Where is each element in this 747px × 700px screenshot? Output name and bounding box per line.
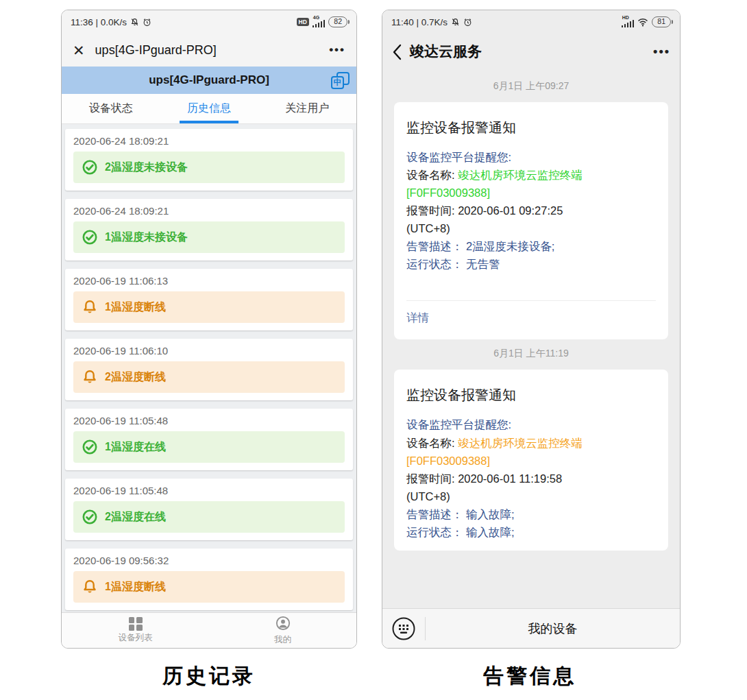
device-name-line: 设备名称: 竣达机房环境云监控终端 xyxy=(406,166,656,184)
alarm-bell-icon xyxy=(82,299,98,315)
check-circle-icon xyxy=(82,229,98,245)
message-date: 6月1日 上午09:27 xyxy=(394,80,668,93)
tab-mine[interactable]: 我的 xyxy=(209,613,356,648)
tab-2[interactable]: 关注用户 xyxy=(258,94,356,123)
history-item[interactable]: 2020-06-24 18:09:21 1温湿度未接设备 xyxy=(65,199,353,261)
close-icon[interactable]: ✕ xyxy=(73,43,85,58)
device-header: ups[4G-IPguard-PRO] 中 xyxy=(62,67,356,94)
more-menu-icon[interactable]: ••• xyxy=(653,45,670,59)
menu-my-devices[interactable]: 我的设备 xyxy=(426,620,680,637)
history-status-strip: 2温湿度在线 xyxy=(73,501,345,533)
caption-history: 历史记录 xyxy=(61,662,357,690)
history-status-strip: 1温湿度在线 xyxy=(73,431,345,463)
more-menu-icon[interactable]: ••• xyxy=(329,43,345,57)
status-time-speed: 11:40 | 0.7K/s xyxy=(391,17,448,27)
device-name: 竣达机房环境云监控终端 xyxy=(458,169,583,181)
detail-link[interactable]: 详情 xyxy=(406,308,656,330)
status-bar: 11:36 | 0.0K/s HD 4G 82 xyxy=(62,10,356,34)
tab-bar: 设备状态历史信息关注用户 xyxy=(62,94,356,124)
alarm-time-line: 报警时间: 2020-06-01 09:27:25 xyxy=(406,202,656,219)
alarm-clock-icon xyxy=(143,18,151,27)
utc-line: (UTC+8) xyxy=(406,487,656,505)
battery-icon: 81 xyxy=(652,16,671,28)
caption-alarm: 告警信息 xyxy=(382,662,678,690)
history-timestamp: 2020-06-19 09:56:32 xyxy=(73,555,345,566)
chat-title: 竣达云服务 xyxy=(410,42,482,61)
history-timestamp: 2020-06-24 18:09:21 xyxy=(73,205,345,217)
run-status-line: 运行状态： 输入故障; xyxy=(406,523,656,541)
keyboard-toggle-icon[interactable] xyxy=(382,616,425,641)
history-status-strip: 1温湿度断线 xyxy=(73,291,345,323)
history-item[interactable]: 2020-06-24 18:09:21 2温湿度未接设备 xyxy=(65,129,353,191)
history-item[interactable]: 2020-06-19 11:05:48 2温湿度在线 xyxy=(65,479,353,540)
history-list[interactable]: 2020-06-24 18:09:21 2温湿度未接设备 2020-06-24 … xyxy=(62,124,356,612)
alarm-clock-icon xyxy=(463,18,472,27)
history-status-text: 2温湿度未接设备 xyxy=(105,160,188,175)
device-name: 竣达机房环境云监控终端 xyxy=(458,437,583,449)
history-timestamp: 2020-06-19 11:05:48 xyxy=(73,485,345,496)
status-time-speed: 11:36 | 0.0K/s xyxy=(71,17,127,27)
history-status-text: 1温湿度在线 xyxy=(105,440,166,455)
back-chevron-icon[interactable] xyxy=(392,44,402,59)
history-status-text: 2温湿度在线 xyxy=(105,510,166,524)
message-date: 6月1日 上午11:19 xyxy=(394,348,668,360)
status-bar: 11:40 | 0.7K/s HD 81 xyxy=(382,10,680,34)
history-status-strip: 1温湿度断线 xyxy=(73,571,345,603)
alarm-notification-card[interactable]: 监控设备报警通知 设备监控平台提醒您: 设备名称: 竣达机房环境云监控终端 [F… xyxy=(394,102,668,339)
history-timestamp: 2020-06-24 18:09:21 xyxy=(73,135,345,147)
translate-icon[interactable]: 中 xyxy=(331,72,350,89)
message-title: 监控设备报警通知 xyxy=(406,119,656,137)
device-name-line: 设备名称: 竣达机房环境云监控终端 xyxy=(406,434,656,452)
history-status-strip: 1温湿度未接设备 xyxy=(73,221,345,253)
history-status-strip: 2温湿度断线 xyxy=(73,361,345,393)
tab-0[interactable]: 设备状态 xyxy=(62,94,160,123)
device-id: [F0FF03009388] xyxy=(406,184,656,202)
check-circle-icon xyxy=(82,159,98,176)
check-circle-icon xyxy=(82,509,98,525)
history-timestamp: 2020-06-19 11:06:10 xyxy=(73,345,345,357)
bottom-tab-bar: 设备列表 我的 xyxy=(62,612,356,648)
right-phone-screenshot: 11:40 | 0.7K/s HD 81 竣达云服务 ••• 6月1日 上午09… xyxy=(382,10,681,649)
card-divider xyxy=(406,300,656,301)
wifi-icon xyxy=(637,18,648,27)
signal-strength-icon: HD xyxy=(622,17,635,27)
history-item[interactable]: 2020-06-19 11:05:48 1温湿度在线 xyxy=(65,409,353,470)
history-item[interactable]: 2020-06-19 09:56:32 1温湿度断线 xyxy=(65,548,353,610)
device-header-title: ups[4G-IPguard-PRO] xyxy=(149,73,269,87)
utc-line: (UTC+8) xyxy=(406,219,656,237)
message-title: 监控设备报警通知 xyxy=(406,386,656,405)
person-icon xyxy=(275,616,291,633)
tab-1[interactable]: 历史信息 xyxy=(160,94,258,123)
left-phone-screenshot: 11:36 | 0.0K/s HD 4G 82 ✕ ups[4G-IPguard… xyxy=(61,10,357,649)
tab-mine-label: 我的 xyxy=(274,634,291,646)
alarm-desc-line: 告警描述： 输入故障; xyxy=(406,505,656,523)
device-id: [F0FF03009388] xyxy=(406,452,656,470)
battery-icon: 82 xyxy=(328,16,347,28)
history-status-text: 1温湿度未接设备 xyxy=(105,230,188,245)
webview-title: ups[4G-IPguard-PRO] xyxy=(95,43,217,58)
alarm-bell-icon xyxy=(82,579,98,595)
mute-bell-icon xyxy=(451,18,460,27)
alarm-desc-line: 告警描述： 2温湿度未接设备; xyxy=(406,237,656,255)
alarm-bell-icon xyxy=(82,369,98,385)
check-circle-icon xyxy=(82,439,98,455)
message-intro: 设备监控平台提醒您: xyxy=(406,148,656,166)
mute-bell-icon xyxy=(130,18,139,27)
alarm-time-line: 报警时间: 2020-06-01 11:19:58 xyxy=(406,470,656,487)
history-status-text: 1温湿度断线 xyxy=(105,580,166,594)
history-status-text: 2温湿度断线 xyxy=(105,370,166,385)
webview-navbar: ✕ ups[4G-IPguard-PRO] ••• xyxy=(62,34,356,67)
signal-strength-icon: 4G xyxy=(313,17,326,27)
hd-badge-icon: HD xyxy=(297,18,309,26)
tab-device-list-label: 设备列表 xyxy=(119,632,153,644)
alarm-notification-card[interactable]: 监控设备报警通知 设备监控平台提醒您: 设备名称: 竣达机房环境云监控终端 [F… xyxy=(394,370,668,550)
message-intro: 设备监控平台提醒您: xyxy=(406,415,656,433)
history-status-strip: 2温湿度未接设备 xyxy=(73,152,345,183)
history-timestamp: 2020-06-19 11:06:13 xyxy=(73,275,345,287)
history-item[interactable]: 2020-06-19 11:06:13 1温湿度断线 xyxy=(65,269,353,330)
tab-device-list[interactable]: 设备列表 xyxy=(62,613,209,648)
history-status-text: 1温湿度断线 xyxy=(105,300,166,315)
history-item[interactable]: 2020-06-19 11:06:10 2温湿度断线 xyxy=(65,339,353,400)
device-grid-icon xyxy=(129,617,143,631)
chat-message-area[interactable]: 6月1日 上午09:27 监控设备报警通知 设备监控平台提醒您: 设备名称: 竣… xyxy=(382,69,680,608)
